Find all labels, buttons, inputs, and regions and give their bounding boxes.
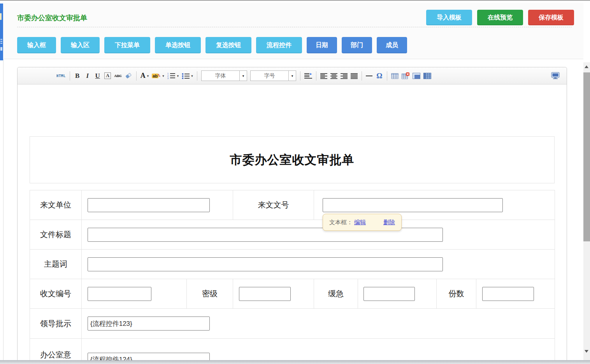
horizontal-rule-icon[interactable] [365, 70, 374, 81]
source-code-icon[interactable]: HTML [55, 70, 67, 81]
scroll-up-icon[interactable] [585, 65, 588, 68]
widget-checkbox-button[interactable]: 复选按钮 [205, 37, 251, 53]
widget-dropdown-button[interactable]: 下拉菜单 [104, 37, 150, 53]
toolbar-separator [387, 71, 387, 81]
form-title: 市委办公室收文审批单 [230, 152, 355, 168]
editor-toolbar: HTML B I U A ABC A▾ ab✎▾ 123 ▾ ▾ 字体 ▾ 字号… [18, 67, 567, 84]
incoming-doc-no-input[interactable] [323, 198, 503, 212]
edit-control-link[interactable]: 编辑 [354, 219, 366, 226]
font-color-icon[interactable]: A▾ [139, 70, 150, 81]
window-bottom-edge [0, 360, 590, 364]
svg-text:3: 3 [167, 77, 169, 79]
template-actions: 导入模板 在线预览 保存模板 [421, 10, 574, 25]
control-tooltip: 文本框： 编辑 删除 [323, 214, 402, 231]
merge-cells-icon[interactable] [411, 70, 421, 81]
table-row: 来文单位 来文文号 [30, 190, 555, 220]
online-preview-button[interactable]: 在线预览 [477, 10, 523, 25]
header-dashed-divider [17, 27, 572, 27]
boxed-a-icon[interactable]: A [103, 70, 112, 81]
widget-date-button[interactable]: 日期 [307, 37, 337, 53]
subject-words-input[interactable] [88, 257, 443, 271]
sidebar-strip-mark [0, 47, 2, 51]
highlight-color-icon[interactable]: ab✎▾ [151, 70, 165, 81]
font-size-caret-icon[interactable]: ▾ [288, 71, 296, 81]
page-title: 市委办公室收文审批单 [17, 13, 87, 23]
toolbar-separator [362, 71, 362, 81]
unordered-list-icon[interactable]: ▾ [181, 70, 194, 81]
receipt-no-input[interactable] [88, 287, 151, 301]
header-panel: 市委办公室收文审批单 导入模板 在线预览 保存模板 输入框 输入区 下拉菜单 单… [4, 3, 583, 59]
collapsed-sidebar-strip[interactable] [0, 4, 3, 60]
fullscreen-icon[interactable] [550, 70, 561, 81]
ordered-list-icon[interactable]: 123 ▾ [166, 70, 180, 81]
table-row: 收文编号 密级 缓急 份数 [30, 279, 555, 309]
sidebar-strip-mark [0, 39, 2, 40]
align-left-icon[interactable] [319, 70, 328, 81]
scrollbar-thumb[interactable] [583, 72, 590, 241]
incoming-unit-input[interactable] [88, 198, 210, 212]
widget-radio-button[interactable]: 单选按钮 [155, 37, 201, 53]
scroll-down-icon[interactable] [585, 350, 588, 353]
strikethrough-icon[interactable]: ABC [113, 70, 123, 81]
widget-member-button[interactable]: 成员 [377, 37, 407, 53]
label-incoming-doc-no: 来文文号 [233, 190, 314, 220]
leader-comments-input[interactable] [88, 317, 210, 331]
label-doc-title: 文件标题 [30, 220, 82, 250]
eraser-icon[interactable] [124, 70, 133, 81]
font-family-caret-icon[interactable]: ▾ [239, 71, 247, 81]
indent-icon[interactable] [303, 70, 313, 81]
urgency-input[interactable] [363, 287, 415, 301]
table-row: 主题词 [30, 250, 555, 279]
import-template-button[interactable]: 导入模板 [426, 10, 472, 25]
window-top-edge [0, 0, 590, 1]
delete-control-link[interactable]: 删除 [383, 219, 395, 226]
content-left-border [3, 59, 4, 360]
toolbar-separator [316, 71, 316, 81]
save-template-button[interactable]: 保存模板 [528, 10, 574, 25]
copies-input[interactable] [482, 287, 534, 301]
label-subject-words: 主题词 [30, 250, 82, 279]
delete-table-icon[interactable] [400, 70, 411, 81]
table-properties-icon[interactable] [422, 70, 432, 81]
toolbar-separator [300, 71, 300, 81]
tooltip-label: 文本框： [329, 219, 353, 226]
toolbar-separator [136, 71, 137, 81]
vertical-scrollbar[interactable] [583, 62, 590, 360]
omega-icon[interactable]: Ω [375, 70, 384, 81]
bold-icon[interactable]: B [73, 70, 82, 81]
widget-input-area-button[interactable]: 输入区 [61, 37, 100, 53]
table-row: 领导批示 [30, 309, 555, 339]
label-urgency: 缓急 [314, 279, 358, 309]
secrecy-level-input[interactable] [239, 287, 291, 301]
justify-icon[interactable] [349, 70, 359, 81]
table-row: 文件标题 [30, 220, 555, 250]
widget-button-row: 输入框 输入区 下拉菜单 单选按钮 复选按钮 流程控件 日期 部门 成员 [17, 37, 412, 53]
label-secrecy-level: 密级 [187, 279, 233, 309]
align-right-icon[interactable] [339, 70, 349, 81]
rich-text-editor: HTML B I U A ABC A▾ ab✎▾ 123 ▾ ▾ 字体 ▾ 字号… [17, 67, 567, 362]
widget-input-box-button[interactable]: 输入框 [17, 37, 56, 53]
sidebar-strip-accent [0, 13, 2, 20]
font-size-select[interactable]: 字号 ▾ [250, 70, 296, 81]
sidebar-strip-mark [0, 43, 2, 44]
widget-flow-control-button[interactable]: 流程控件 [256, 37, 302, 53]
widget-department-button[interactable]: 部门 [342, 37, 372, 53]
italic-icon[interactable]: I [83, 70, 92, 81]
sidebar-strip-mark [0, 41, 2, 42]
label-incoming-unit: 来文单位 [30, 190, 82, 220]
form-table: 来文单位 来文文号 文件标题 主题词 收文编号 密级 缓急 份数 领导批示 [30, 190, 555, 364]
font-family-select[interactable]: 字体 ▾ [201, 70, 247, 81]
label-receipt-no: 收文编号 [30, 279, 82, 309]
label-leader-comments: 领导批示 [30, 309, 82, 339]
insert-table-icon[interactable] [390, 70, 400, 81]
align-center-icon[interactable] [329, 70, 339, 81]
underline-icon[interactable]: U [93, 70, 102, 81]
toolbar-separator [197, 71, 197, 81]
toolbar-separator [70, 71, 70, 81]
form-title-box: 市委办公室收文审批单 [30, 136, 555, 183]
label-copies: 份数 [437, 279, 476, 309]
